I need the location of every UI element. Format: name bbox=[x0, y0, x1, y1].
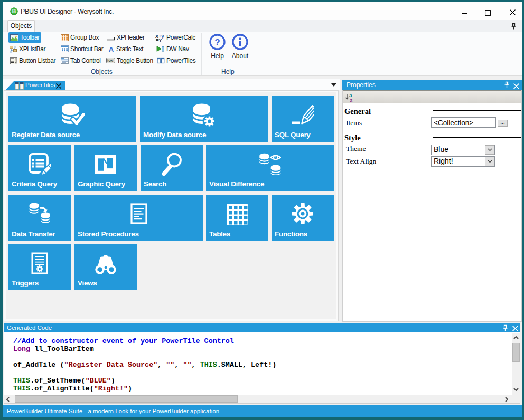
svg-text:B: B bbox=[12, 8, 16, 14]
svg-text:OK: OK bbox=[108, 59, 113, 62]
svg-text:=?: =? bbox=[156, 37, 162, 42]
svg-text:z: z bbox=[350, 97, 353, 102]
svg-text:?: ? bbox=[214, 37, 220, 47]
svg-text:A: A bbox=[109, 45, 114, 52]
